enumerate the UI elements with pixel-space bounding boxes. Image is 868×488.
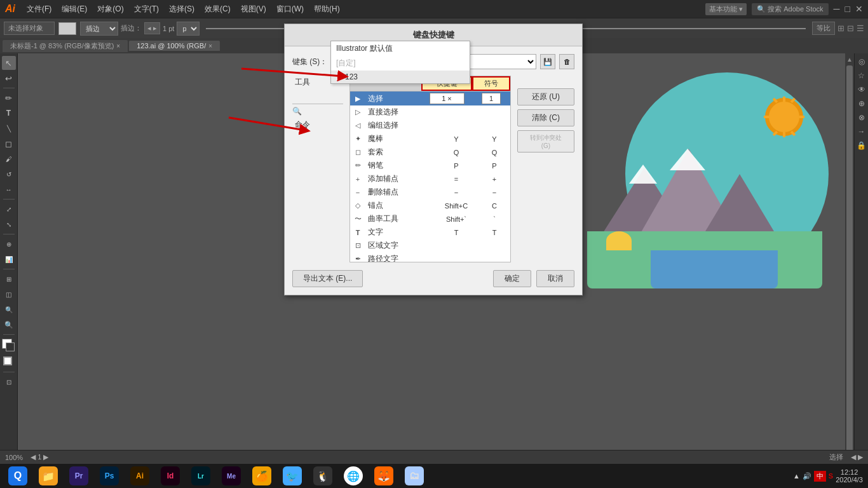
cmd-icon-delpoint: − <box>350 189 365 196</box>
search-icon: 🔍 <box>292 107 302 116</box>
cmd-key-magic: Y <box>434 135 478 143</box>
dialog-footer: 导出文本 (E)... 确定 取消 <box>292 270 574 287</box>
cmd-name-addpoint: 添加辅点 <box>365 173 434 184</box>
cmd-icon-pathtext: ✒ <box>350 255 365 262</box>
cmd-key-text: T <box>434 229 478 236</box>
cmd-row-group[interactable]: ◁ 编组选择 <box>350 119 510 132</box>
top-bar-right: 基本功能 ▾ 🔍 搜索 Adobe Stock ─ □ ✕ <box>705 3 863 15</box>
cmd-name-pathtext: 路径文字 <box>365 254 434 262</box>
cmd-name-anchor: 锚点 <box>365 200 434 211</box>
cmd-row-areatext[interactable]: ⊡ 区域文字 <box>350 239 510 252</box>
keyset-label: 键集 (S)： <box>292 57 327 67</box>
cmd-icon-magic: ✦ <box>350 135 365 143</box>
commands-list[interactable]: ▶ 选择 1 ▷ 直接选择 <box>349 91 511 262</box>
two-col-layout: 工具 🔍 命令 快捷键 符号 <box>292 76 574 262</box>
cmd-row-select[interactable]: ▶ 选择 1 <box>350 92 510 105</box>
revert-btn[interactable]: 还原 (U) <box>517 88 574 105</box>
cancel-btn[interactable]: 取消 <box>536 270 574 287</box>
cmd-row-lasso[interactable]: ◻ 套索 Q Q <box>350 146 510 159</box>
menu-select[interactable]: 选择(S) <box>164 3 200 16</box>
dropdown-item-default[interactable]: Illustrator 默认值 <box>331 41 470 56</box>
cmd-sym-magic: Y <box>478 135 510 143</box>
commands-section-label[interactable]: 命令 <box>292 118 343 132</box>
cmd-key-curve: Shift+` <box>434 215 478 223</box>
cmd-icon-areatext: ⊡ <box>350 241 365 250</box>
cmd-key-addpoint: = <box>434 175 478 183</box>
left-section: 工具 🔍 命令 <box>292 76 343 262</box>
workspace-btn[interactable]: 基本功能 ▾ <box>705 3 747 15</box>
clear-btn[interactable]: 清除 (C) <box>517 109 574 126</box>
check-mark: ✓ <box>336 72 342 81</box>
menu-help[interactable]: 帮助(H) <box>309 3 345 16</box>
cmd-row-pathtext[interactable]: ✒ 路径文字 <box>350 252 510 262</box>
cmd-icon-text: T <box>350 229 365 236</box>
cmd-icon-direct: ▷ <box>350 108 365 116</box>
keyset-dropdown: Illustrator 默认值 [自定] ✓ 123 <box>330 41 470 84</box>
cmd-icon-select: ▶ <box>350 95 365 103</box>
cmd-key-lasso: Q <box>434 149 478 156</box>
window-close-btn[interactable]: ✕ <box>855 4 863 14</box>
cmd-sym-addpoint: + <box>478 175 510 183</box>
cmd-name-text: 文字 <box>365 227 434 238</box>
header-symbol: 符号 <box>472 76 510 91</box>
menu-edit[interactable]: 编辑(E) <box>57 3 92 16</box>
cmd-row-text[interactable]: T 文字 T T <box>350 226 510 239</box>
cmd-icon-group: ◁ <box>350 121 365 130</box>
action-buttons-panel: 还原 (U) 清除 (C) 转到冲突处 (G) <box>517 76 574 262</box>
dialog-body: 键集 (S)： Illustrator 默认值 [自定] 123 💾 🗑 Ill… <box>285 46 582 295</box>
cmd-key-anchor: Shift+C <box>434 202 478 210</box>
cmd-sym-delpoint: − <box>478 189 510 196</box>
cmd-row-addpoint[interactable]: + 添加辅点 = + <box>350 172 510 186</box>
cmd-row-anchor[interactable]: ◇ 锚点 Shift+C C <box>350 199 510 212</box>
commands-section: 快捷键 符号 ▶ 选择 1 <box>349 76 511 262</box>
cmd-sym-anchor: C <box>478 202 510 210</box>
cmd-key-select <box>421 93 472 104</box>
cmd-name-group: 编组选择 <box>365 120 434 131</box>
window-minimize-btn[interactable]: ─ <box>834 4 840 14</box>
cmd-sym-text: T <box>478 229 510 236</box>
menu-text[interactable]: 文字(T) <box>129 3 164 16</box>
ok-btn[interactable]: 确定 <box>493 270 531 287</box>
menu-object[interactable]: 对象(O) <box>92 3 128 16</box>
cmd-sym-curve: ` <box>478 215 510 223</box>
search-stock-btn[interactable]: 🔍 搜索 Adobe Stock <box>752 3 829 15</box>
menu-window[interactable]: 窗口(W) <box>271 3 309 16</box>
keyset-delete-btn[interactable]: 🗑 <box>559 54 574 69</box>
cmd-name-pen: 钢笔 <box>365 160 434 171</box>
dropdown-item-custom[interactable]: [自定] <box>331 56 470 71</box>
cmd-row-delpoint[interactable]: − 删除辅点 − − <box>350 186 510 199</box>
cmd-icon-addpoint: + <box>350 175 365 183</box>
menu-file[interactable]: 文件(F) <box>22 3 57 16</box>
top-menu-bar: Ai 文件(F) 编辑(E) 对象(O) 文字(T) 选择(S) 效果(C) 视… <box>0 0 868 18</box>
keyset-save-btn[interactable]: 💾 <box>540 54 555 69</box>
cmd-key-delpoint: − <box>434 189 478 196</box>
cmd-name-areatext: 区域文字 <box>365 240 434 251</box>
dropdown-item-123[interactable]: ✓ 123 <box>331 71 470 83</box>
search-row: 🔍 <box>292 107 343 116</box>
cmd-name-lasso: 套索 <box>365 147 434 158</box>
key-input-select[interactable] <box>430 93 465 104</box>
cmd-sym-select: 1 <box>472 93 510 104</box>
cmd-name-delpoint: 删除辅点 <box>365 187 434 198</box>
window-maximize-btn[interactable]: □ <box>845 4 850 14</box>
export-btn[interactable]: 导出文本 (E)... <box>292 270 363 287</box>
cmd-sym-lasso: Q <box>478 149 510 156</box>
cmd-icon-lasso: ◻ <box>350 148 365 156</box>
menu-view[interactable]: 视图(V) <box>236 3 271 16</box>
cmd-icon-pen: ✏ <box>350 161 365 170</box>
cmd-key-pen: P <box>434 162 478 170</box>
cmd-name-magic: 魔棒 <box>365 133 434 144</box>
cmd-row-pen[interactable]: ✏ 钢笔 P P <box>350 159 510 172</box>
goto-btn[interactable]: 转到冲突处 (G) <box>517 130 574 152</box>
cmd-name-select: 选择 <box>365 93 421 104</box>
cmd-sym-pen: P <box>478 162 510 170</box>
cmd-row-curve[interactable]: 〜 曲率工具 Shift+` ` <box>350 212 510 226</box>
menu-bar: 文件(F) 编辑(E) 对象(O) 文字(T) 选择(S) 效果(C) 视图(V… <box>22 3 345 16</box>
menu-effect[interactable]: 效果(C) <box>200 3 236 16</box>
cmd-row-magic[interactable]: ✦ 魔棒 Y Y <box>350 132 510 146</box>
keyboard-shortcuts-dialog: 键盘快捷键 键集 (S)： Illustrator 默认值 [自定] 123 💾… <box>284 24 583 295</box>
cmd-icon-curve: 〜 <box>350 214 365 224</box>
cmd-row-direct[interactable]: ▷ 直接选择 <box>350 105 510 119</box>
cmd-name-curve: 曲率工具 <box>365 214 434 224</box>
cmd-name-direct: 直接选择 <box>365 107 434 118</box>
